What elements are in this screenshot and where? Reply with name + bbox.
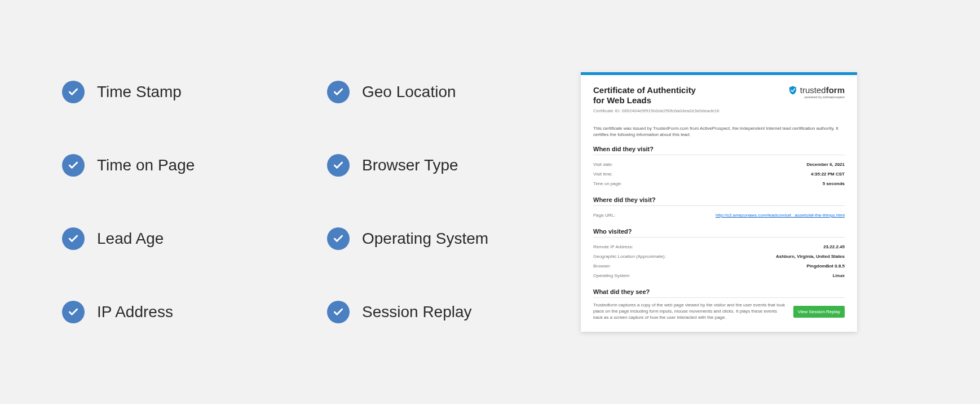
feature-time-on-page: Time on Page	[62, 154, 259, 177]
kv-os: Operating System:Linux	[593, 271, 845, 280]
kv-key: Visit date:	[593, 162, 613, 167]
kv-key: Geographic Location (Approximate):	[593, 254, 666, 259]
check-icon	[327, 227, 350, 250]
section-heading-where: Where did they visit?	[593, 196, 845, 206]
feature-geo-location: Geo Location	[327, 81, 524, 103]
replay-description: Trustedform captures a copy of the web p…	[593, 302, 787, 320]
feature-session-replay: Session Replay	[327, 301, 524, 323]
kv-visit-time: Visit time:4:35:22 PM CST	[593, 169, 845, 179]
feature-label: Browser Type	[362, 156, 458, 174]
cert-title-line1: Certificate of Authenticity	[593, 85, 696, 95]
feature-operating-system: Operating System	[327, 227, 524, 250]
feature-label: Time on Page	[97, 156, 195, 174]
brand-word-trusted: trusted	[800, 85, 826, 95]
check-icon	[62, 227, 85, 250]
kv-value: Linux	[833, 273, 845, 278]
section-heading-who: Who visited?	[593, 228, 845, 238]
check-icon	[327, 81, 350, 103]
certificate-title-block: Certificate of Authenticity for Web Lead…	[593, 85, 719, 114]
brand-block: trustedform powered by activeprospect	[788, 85, 845, 99]
kv-key: Page URL:	[593, 213, 615, 218]
feature-label: Session Replay	[362, 303, 472, 321]
kv-value: PingdomBot 0.8.5	[806, 264, 845, 269]
section-heading-when: When did they visit?	[593, 146, 845, 155]
kv-remote-ip: Remote IP Address:23.22.2.45	[593, 242, 845, 252]
certificate-intro: This certificate was issued by TrustedFo…	[593, 126, 845, 138]
kv-value: 23.22.2.45	[823, 244, 845, 249]
kv-browser: Browser:PingdomBot 0.8.5	[593, 261, 845, 271]
check-icon	[62, 81, 85, 103]
feature-label: Operating System	[362, 230, 488, 248]
cert-title-line2: for Web Leads	[593, 95, 651, 105]
kv-key: Remote IP Address:	[593, 244, 633, 249]
feature-label: Time Stamp	[97, 83, 182, 101]
check-icon	[327, 154, 350, 177]
check-icon	[62, 154, 85, 177]
feature-browser-type: Browser Type	[327, 154, 524, 177]
feature-label: Lead Age	[97, 230, 164, 248]
feature-label: IP Address	[97, 303, 173, 321]
feature-grid: Time Stamp Geo Location Time on Page Bro…	[62, 81, 524, 323]
kv-value: 5 seconds	[823, 181, 845, 186]
brand-subtext: powered by activeprospect	[805, 95, 845, 99]
kv-geo: Geographic Location (Approximate):Ashbur…	[593, 252, 845, 261]
view-session-replay-button[interactable]: View Session Replay	[793, 306, 845, 318]
certificate-header: Certificate of Authenticity for Web Lead…	[593, 85, 845, 114]
certificate-preview: Certificate of Authenticity for Web Lead…	[581, 72, 857, 332]
kv-key: Visit time:	[593, 172, 613, 177]
kv-value: Ashburn, Virginia, United States	[776, 254, 845, 259]
kv-page-url: Page URL:http://s3.amazonaws.com/leadcon…	[593, 210, 845, 220]
brand-word-form: form	[826, 85, 845, 95]
check-icon	[327, 301, 350, 323]
certificate-title: Certificate of Authenticity for Web Lead…	[593, 85, 719, 107]
replay-row: Trustedform captures a copy of the web p…	[593, 302, 845, 320]
kv-key: Browser:	[593, 264, 611, 269]
feature-time-stamp: Time Stamp	[62, 81, 259, 103]
page: Time Stamp Geo Location Time on Page Bro…	[0, 0, 980, 404]
brand-text: trustedform	[800, 85, 845, 95]
feature-ip-address: IP Address	[62, 301, 259, 323]
kv-time-on-page: Time on page:5 seconds	[593, 179, 845, 188]
certificate-card: Certificate of Authenticity for Web Lead…	[581, 72, 857, 332]
kv-value-link[interactable]: http://s3.amazonaws.com/leadconduit...as…	[716, 213, 845, 218]
shield-icon	[788, 85, 798, 95]
kv-value: 4:35:22 PM CST	[811, 172, 845, 177]
kv-key: Operating System:	[593, 273, 630, 278]
check-icon	[62, 301, 85, 323]
feature-label: Geo Location	[362, 83, 456, 101]
certificate-id: Certificate ID: 0892464e5f915b0de250fc6a…	[593, 108, 719, 113]
brand-row: trustedform	[788, 85, 845, 95]
kv-visit-date: Visit date:December 6, 2021	[593, 160, 845, 169]
kv-value: December 6, 2021	[806, 162, 845, 167]
section-heading-what: What did they see?	[593, 288, 845, 298]
feature-lead-age: Lead Age	[62, 227, 259, 250]
kv-key: Time on page:	[593, 181, 622, 186]
